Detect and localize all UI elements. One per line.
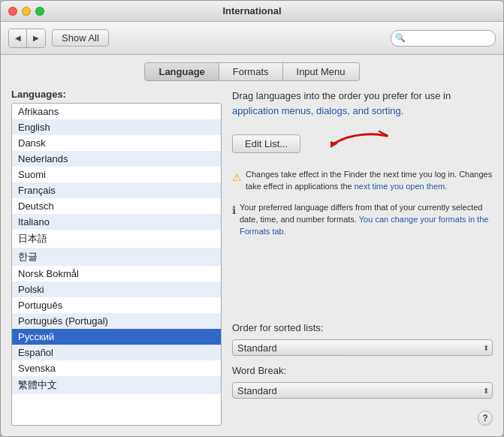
minimize-button[interactable] [22,7,31,16]
nav-buttons: ◀ ▶ [8,29,46,48]
show-all-button[interactable]: Show All [52,29,109,47]
info-text: Your preferred language differs from tha… [240,202,493,238]
order-label: Order for sorted lists: [232,322,493,333]
list-item[interactable]: Dansk [12,135,221,151]
right-panel: Drag languages into the order you prefer… [232,89,493,426]
order-select[interactable]: Standard Traditional [232,339,493,356]
window-title: International [222,5,281,17]
traffic-lights [8,7,44,16]
list-item[interactable]: Français [12,182,221,198]
tabbar: Language Formats Input Menu [1,55,503,81]
search-icon: 🔍 [395,33,406,43]
list-item[interactable]: Polski [12,282,221,297]
tab-input-menu[interactable]: Input Menu [283,62,360,81]
list-item[interactable]: Português (Portugal) [12,313,221,329]
list-item[interactable]: 한글 [12,248,221,266]
languages-label: Languages: [11,89,222,100]
warning-text: Changes take effect in the Finder the ne… [246,169,493,193]
list-item[interactable]: Svenska [12,360,221,376]
list-item[interactable]: Español [12,345,221,360]
help-button[interactable]: ? [478,411,493,426]
language-list[interactable]: AfrikaansEnglishDanskNederlandsSuomiFran… [11,103,222,426]
dropdowns-section: Order for sorted lists: Standard Traditi… [232,322,493,426]
help-row: ? [232,411,493,426]
warning-icon: ⚠ [232,170,242,185]
warning-notice: ⚠ Changes take effect in the Finder the … [232,169,493,193]
close-button[interactable] [8,7,17,16]
drag-instructions: Drag languages into the order you prefer… [232,89,493,118]
list-item[interactable]: Nederlands [12,151,221,167]
search-box: 🔍 [391,30,496,47]
tab-formats[interactable]: Formats [219,62,283,81]
forward-button[interactable]: ▶ [27,29,45,47]
list-item[interactable]: Suomi [12,167,221,182]
list-item[interactable]: Português [12,297,221,313]
arrow-annotation [323,130,391,157]
list-item[interactable]: 日本語 [12,230,221,248]
info-icon: ℹ [232,203,236,218]
wordbreak-select[interactable]: Standard Custom [232,382,493,399]
list-item[interactable]: Afrikaans [12,104,221,119]
titlebar: International [1,1,503,22]
list-item[interactable]: Deutsch [12,198,221,214]
list-item[interactable]: 繁體中文 [12,376,221,394]
list-item[interactable]: English [12,119,221,135]
window: International ◀ ▶ Show All 🔍 Language Fo… [0,0,504,437]
info-notice: ℹ Your preferred language differs from t… [232,202,493,238]
tab-language[interactable]: Language [144,62,219,81]
list-item[interactable]: Norsk Bokmål [12,266,221,282]
search-input[interactable] [391,30,496,47]
edit-list-row: Edit List... [232,130,493,157]
maximize-button[interactable] [35,7,44,16]
left-panel: Languages: AfrikaansEnglishDanskNederlan… [11,89,222,426]
edit-list-button[interactable]: Edit List... [232,134,300,153]
toolbar: ◀ ▶ Show All 🔍 [1,22,503,55]
back-button[interactable]: ◀ [9,29,27,47]
wordbreak-label: Word Break: [232,365,493,376]
list-item[interactable]: Italiano [12,214,221,230]
content-area: Languages: AfrikaansEnglishDanskNederlan… [1,81,503,436]
order-select-wrap: Standard Traditional [232,339,493,356]
wordbreak-select-wrap: Standard Custom [232,382,493,399]
list-item[interactable]: Русский [12,329,221,345]
